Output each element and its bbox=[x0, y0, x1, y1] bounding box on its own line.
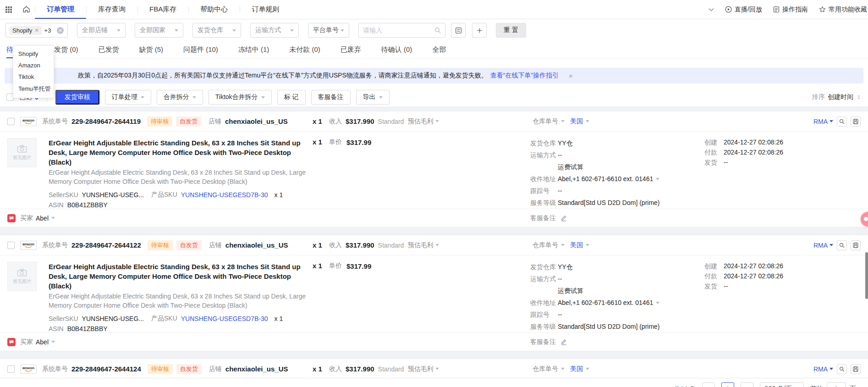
zoom-order-icon[interactable] bbox=[837, 364, 847, 374]
goto-page-input[interactable] bbox=[827, 382, 846, 387]
rma-dropdown[interactable]: RMA bbox=[813, 365, 833, 373]
chevron-down-icon[interactable] bbox=[51, 341, 55, 343]
save-order-icon[interactable] bbox=[851, 116, 861, 127]
created-row: 创建 2024-12-27 02:08:26 bbox=[704, 137, 783, 147]
page-size-select[interactable]: 500 条/页 bbox=[760, 382, 804, 387]
batch-action-toolbar: 已选 0 发货审核 订单处理 合并拆分 Tiktok合并拆分 标 记 客服备注 … bbox=[0, 88, 868, 106]
order-checkbox[interactable] bbox=[7, 118, 15, 125]
vertical-scrollbar-thumb[interactable] bbox=[865, 252, 868, 299]
shipping-method-select[interactable]: 运输方式 bbox=[250, 23, 299, 38]
warehouse-order-dropdown[interactable]: 仓库单号 bbox=[533, 111, 565, 131]
next-page-button[interactable]: › bbox=[741, 382, 753, 387]
platform-option-shopify[interactable]: Shopify bbox=[13, 48, 54, 60]
store-select[interactable]: 全部店铺 bbox=[77, 23, 126, 38]
asin-label: ASIN bbox=[49, 325, 64, 332]
search-icon[interactable] bbox=[434, 27, 441, 33]
warehouse-select[interactable]: 发货仓库 bbox=[192, 23, 241, 38]
edit-pencil-icon[interactable] bbox=[560, 215, 567, 221]
home-icon[interactable] bbox=[17, 0, 35, 19]
tab-to-confirm[interactable]: 待确认 (0) bbox=[381, 41, 412, 58]
buyer-chat-icon[interactable] bbox=[7, 338, 16, 346]
country-dropdown[interactable]: 美国 bbox=[570, 235, 589, 255]
tab-problem-items[interactable]: 问题件 (10) bbox=[183, 41, 218, 58]
detail-row-address: 收件地址 Abel,+1 602-671-6610 ext. 01461 bbox=[530, 173, 660, 185]
tab-discarded[interactable]: 已废弃 bbox=[341, 41, 361, 58]
country-dropdown[interactable]: 美国 bbox=[570, 111, 589, 131]
edit-pencil-icon[interactable] bbox=[560, 338, 567, 345]
chevron-down-icon[interactable] bbox=[51, 217, 55, 219]
order-checkbox[interactable] bbox=[7, 242, 15, 249]
platform-option-temu[interactable]: Temu半托管 bbox=[13, 83, 54, 95]
search-field-select[interactable]: 平台单号 bbox=[308, 23, 349, 38]
current-page-button[interactable]: 1 bbox=[721, 382, 734, 387]
shipped-label: 发货 bbox=[704, 157, 719, 167]
nav-tab-order-management[interactable]: 订单管理 bbox=[35, 0, 86, 19]
rma-dropdown[interactable]: RMA bbox=[813, 242, 833, 249]
order-search-input[interactable] bbox=[363, 27, 432, 34]
tab-shipped[interactable]: 已发货 bbox=[99, 41, 119, 58]
merge-split-button[interactable]: 合并拆分 bbox=[157, 90, 203, 105]
estimated-profit-dropdown[interactable]: 预估毛利 bbox=[407, 241, 439, 249]
tab-unpaid[interactable]: 未付款 (0) bbox=[289, 41, 320, 58]
order-search-box bbox=[358, 23, 445, 38]
notice-guide-link[interactable]: 查看“在线下单”操作指引 bbox=[490, 72, 559, 80]
clear-platform-filter-icon[interactable]: ✕ bbox=[57, 27, 64, 34]
order-process-button[interactable]: 订单处理 bbox=[105, 90, 151, 105]
add-filter-button[interactable] bbox=[472, 23, 487, 38]
chevron-down-icon[interactable] bbox=[656, 178, 659, 180]
play-circle-icon bbox=[725, 6, 732, 13]
chevron-down-icon[interactable] bbox=[656, 302, 659, 304]
freight-trial-link[interactable]: 运费试算 bbox=[558, 161, 583, 173]
reset-button[interactable]: 重 置 bbox=[496, 23, 526, 38]
order-checkbox[interactable] bbox=[7, 365, 15, 373]
nav-tab-fba-inventory[interactable]: FBA库存 bbox=[137, 0, 188, 19]
platform-filter[interactable]: Shopify ✕ +3 ✕ bbox=[5, 23, 68, 38]
ship-review-button[interactable]: 发货审核 bbox=[55, 90, 99, 105]
platform-option-amazon[interactable]: Amazon bbox=[13, 60, 54, 71]
favorites-link[interactable]: 常用功能收藏 bbox=[819, 6, 867, 14]
mark-button[interactable]: 标 记 bbox=[277, 90, 306, 105]
nav-tab-help-center[interactable]: 帮助中心 bbox=[188, 0, 240, 19]
prev-page-button[interactable]: ‹ bbox=[702, 382, 715, 387]
estimated-profit-dropdown[interactable]: 预估毛利 bbox=[407, 365, 439, 373]
notice-close-icon[interactable]: × bbox=[569, 72, 573, 80]
asin-value: B0B41ZBBBY bbox=[67, 201, 108, 209]
nav-tab-order-rules[interactable]: 订单规则 bbox=[240, 0, 291, 19]
estimated-profit-dropdown[interactable]: 预估毛利 bbox=[407, 117, 439, 126]
paid-label: 付款 bbox=[704, 147, 719, 157]
export-button[interactable]: 导出 bbox=[356, 90, 390, 105]
tab-all[interactable]: 全部 bbox=[432, 41, 446, 58]
zoom-order-icon[interactable] bbox=[837, 240, 847, 250]
operation-guide-link[interactable]: 操作指南 bbox=[773, 6, 808, 14]
warehouse-order-dropdown[interactable]: 仓库单号 bbox=[533, 359, 565, 379]
tab-frozen[interactable]: 冻结中 (1) bbox=[238, 41, 269, 58]
amazon-platform-badge: amazon bbox=[20, 365, 37, 374]
service-level-label: 服务等级 bbox=[530, 197, 558, 209]
cs-note-button[interactable]: 客服备注 bbox=[311, 90, 351, 105]
live-replay-link[interactable]: 直播/回放 bbox=[725, 6, 762, 14]
country-dropdown[interactable]: 美国 bbox=[570, 359, 589, 379]
collapse-chevron-icon[interactable] bbox=[709, 8, 714, 11]
tiktok-merge-split-button[interactable]: Tiktok合并拆分 bbox=[209, 90, 272, 105]
save-order-icon[interactable] bbox=[851, 364, 861, 374]
cs-note-group: 客服备注 bbox=[530, 209, 567, 227]
sort-control[interactable]: 排序 创建时间 bbox=[812, 93, 862, 101]
tab-out-of-stock[interactable]: 缺货 (5) bbox=[139, 41, 164, 58]
buyer-chat-icon[interactable] bbox=[7, 214, 16, 222]
freight-trial-link[interactable]: 运费试算 bbox=[558, 285, 583, 297]
warehouse-order-dropdown[interactable]: 仓库单号 bbox=[533, 235, 565, 255]
product-sku-link[interactable]: YUNSHENG-USEGESD7B-30 bbox=[181, 315, 268, 322]
country-select[interactable]: 全部国家 bbox=[135, 23, 183, 38]
chip-remove-icon[interactable]: ✕ bbox=[34, 28, 38, 33]
product-sku-link[interactable]: YUNSHENG-USEGESD7B-30 bbox=[181, 191, 268, 199]
zoom-order-icon[interactable] bbox=[837, 116, 847, 127]
save-order-icon[interactable] bbox=[851, 240, 861, 250]
apps-grid-icon[interactable] bbox=[0, 0, 17, 19]
nav-tab-inventory-query[interactable]: 库存查询 bbox=[86, 0, 137, 19]
platform-chip[interactable]: Shopify ✕ bbox=[10, 26, 42, 35]
detail-row-address: 收件地址 Abel,+1 602-671-6610 ext. 01461 bbox=[530, 297, 660, 309]
advanced-search-button[interactable] bbox=[451, 23, 466, 38]
platform-option-tiktok[interactable]: Tiktok bbox=[13, 71, 54, 83]
rma-dropdown[interactable]: RMA bbox=[813, 118, 833, 125]
detail-row-tracking: 跟踪号 -- bbox=[530, 185, 660, 197]
